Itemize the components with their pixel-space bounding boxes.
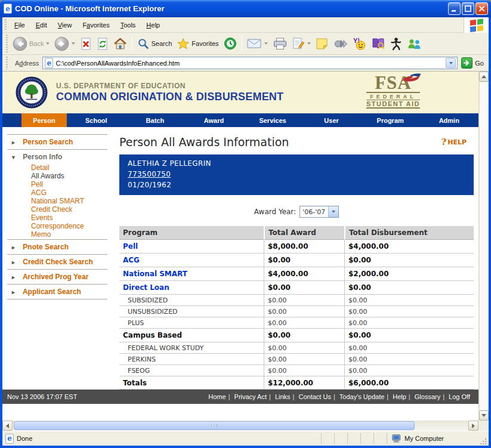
- menu-item[interactable]: Favorites: [77, 19, 115, 31]
- vertical-scroll-track[interactable]: [479, 82, 489, 410]
- footer-link[interactable]: Privacy Act: [232, 393, 269, 400]
- table-row: National SMART $4,000.00 $2,000.00: [119, 267, 474, 281]
- favorites-button[interactable]: Favorites: [174, 36, 221, 51]
- select-dropdown-icon[interactable]: [328, 206, 338, 217]
- menu-bar: File Edit View Favorites Tools Help: [2, 17, 489, 33]
- table-row: UNSUBSIDIZED $0.00 $0.00: [119, 306, 474, 317]
- nav-tab[interactable]: Program: [361, 113, 420, 127]
- nav-tab[interactable]: Batch: [126, 113, 185, 127]
- nav-tab[interactable]: Person: [21, 113, 67, 127]
- forward-button[interactable]: [52, 35, 78, 52]
- menu-item[interactable]: Edit: [30, 19, 53, 31]
- footer-link[interactable]: Log Off: [446, 393, 473, 400]
- status-panel: [373, 433, 387, 444]
- award-year-select[interactable]: '06-'07: [299, 206, 339, 218]
- nav-tab[interactable]: School: [67, 113, 126, 127]
- sidebar-link[interactable]: Pnote Search: [23, 243, 69, 251]
- footer-link[interactable]: Today's Update: [337, 393, 387, 400]
- footer-link[interactable]: Home: [206, 393, 228, 400]
- browser-window: e COD Online - Microsoft Internet Explor…: [0, 0, 491, 448]
- discuss-button[interactable]: [313, 36, 331, 51]
- menu-item[interactable]: View: [53, 19, 78, 31]
- sidebar-item: ACG: [7, 189, 107, 197]
- back-icon: [13, 36, 27, 51]
- table-row: Campus Based $0.00 $0.00: [119, 329, 474, 342]
- horizontal-scroll-thumb[interactable]: [14, 421, 415, 430]
- history-button[interactable]: [221, 36, 239, 51]
- sidebar-link[interactable]: Detail: [31, 163, 50, 172]
- sidebar-link[interactable]: Pell: [31, 180, 43, 189]
- horizontal-scrollbar[interactable]: [2, 421, 489, 431]
- aim-button[interactable]: [387, 36, 404, 52]
- sidebar-link[interactable]: National SMART: [31, 197, 84, 205]
- sidebar-link[interactable]: Person Search: [23, 138, 73, 146]
- footer-link[interactable]: Glossary: [412, 393, 443, 400]
- page-icon: e: [45, 58, 53, 68]
- vertical-scroll-thumb[interactable]: [479, 82, 489, 410]
- sidebar-link[interactable]: Events: [31, 214, 53, 222]
- sidebar-link[interactable]: Credit Check: [31, 205, 72, 214]
- search-button[interactable]: Search: [135, 36, 174, 51]
- program-name[interactable]: National SMART: [123, 270, 187, 278]
- program-name: Campus Based: [123, 331, 182, 339]
- sidebar-link[interactable]: Person Info: [23, 153, 62, 161]
- menu-item[interactable]: Tools: [115, 19, 141, 31]
- address-dropdown-button[interactable]: [446, 58, 456, 68]
- print-button[interactable]: [270, 36, 290, 51]
- sidebar-link[interactable]: Correspondence: [31, 222, 84, 230]
- messenger-button[interactable]: [331, 36, 350, 51]
- toolbar-grip3[interactable]: [5, 57, 9, 69]
- scroll-left-button[interactable]: [2, 421, 13, 431]
- sidebar-link[interactable]: Memo: [31, 230, 51, 239]
- program-name[interactable]: Pell: [123, 242, 138, 251]
- address-input[interactable]: e C:\cod\PersonAllAwardsInfoEnhanced.htm: [42, 57, 458, 69]
- sidebar-link[interactable]: ACG: [31, 189, 47, 197]
- nav-tab[interactable]: User: [302, 113, 361, 127]
- program-name[interactable]: ACG: [123, 256, 140, 264]
- stop-button[interactable]: [78, 36, 94, 52]
- refresh-button[interactable]: [94, 36, 111, 52]
- close-button[interactable]: [475, 2, 488, 15]
- scroll-right-button[interactable]: [468, 421, 478, 431]
- sidebar-item: ► Person Search: [7, 134, 107, 149]
- footer-link[interactable]: Help: [390, 393, 409, 400]
- nav-tab[interactable]: Admin: [419, 113, 478, 127]
- toolbar-grip[interactable]: [4, 19, 8, 30]
- horizontal-scroll-track[interactable]: [13, 421, 468, 431]
- ie-logo-icon: e: [4, 4, 12, 14]
- toolbar-grip2[interactable]: [5, 35, 9, 52]
- table-row: Pell $8,000.00 $4,000.00: [119, 240, 474, 254]
- mail-button[interactable]: [245, 37, 270, 50]
- help-link[interactable]: ? HELP: [441, 137, 467, 147]
- sidebar-link[interactable]: Applicant Search: [23, 288, 81, 296]
- program-name: UNSUBSIDIZED: [128, 308, 178, 316]
- research-button[interactable]: [369, 36, 387, 52]
- page-footer: Nov 13 2006 17:07 EST Home| Privacy Act|…: [2, 390, 478, 404]
- program-name[interactable]: Direct Loan: [123, 283, 169, 292]
- msn-messenger-button[interactable]: [404, 36, 424, 51]
- person-ssn-link[interactable]: 773500750: [128, 170, 171, 179]
- yahoo-messenger-button[interactable]: Y!: [350, 36, 369, 52]
- go-button[interactable]: Go: [461, 57, 486, 69]
- menu-item[interactable]: Help: [141, 19, 165, 31]
- footer-link[interactable]: Links: [273, 393, 293, 400]
- zone-text: My Computer: [404, 435, 444, 442]
- scroll-down-button[interactable]: [479, 410, 489, 421]
- home-button[interactable]: [111, 36, 129, 52]
- resize-grip[interactable]: [478, 437, 487, 446]
- nav-tab[interactable]: Services: [243, 113, 302, 127]
- program-name: FSEOG: [128, 367, 150, 375]
- table-row: SUBSIDIZED $0.00 $0.00: [119, 295, 474, 306]
- minimize-button[interactable]: [448, 2, 461, 15]
- footer-link[interactable]: Contact Us: [296, 393, 333, 400]
- scroll-up-button[interactable]: [479, 72, 489, 82]
- sidebar-link[interactable]: Credit Check Search: [23, 258, 92, 266]
- sidebar-link[interactable]: Archived Prog Year: [23, 273, 89, 281]
- total-disbursement-value: $0.00: [344, 306, 474, 317]
- back-button[interactable]: Back: [10, 35, 52, 52]
- vertical-scrollbar[interactable]: [478, 72, 489, 421]
- maximize-button[interactable]: [462, 2, 474, 15]
- edit-button[interactable]: [290, 36, 313, 51]
- menu-item[interactable]: File: [9, 19, 30, 31]
- nav-tab[interactable]: Award: [184, 113, 243, 127]
